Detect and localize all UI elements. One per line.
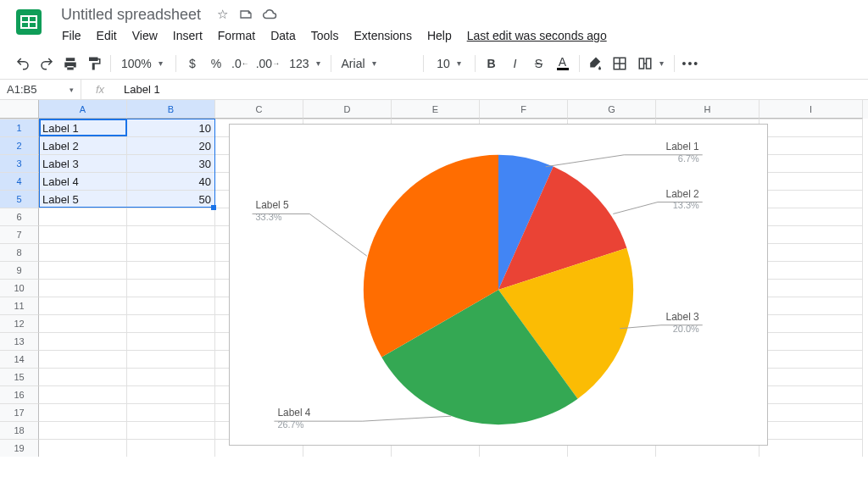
cell-B4[interactable]: 40 [127, 172, 215, 190]
cell-I18[interactable] [760, 421, 863, 439]
cell-B6[interactable] [127, 208, 215, 225]
spreadsheet-grid[interactable]: ABCDEFGHI 1Label 1102Label 2203Label 330… [0, 100, 868, 457]
cell-A17[interactable] [39, 403, 127, 421]
cell-B8[interactable] [127, 243, 215, 261]
cell-I12[interactable] [760, 314, 863, 332]
row-header-15[interactable]: 15 [0, 368, 39, 385]
row-header-4[interactable]: 4 [0, 172, 39, 190]
zoom-select[interactable]: 100% [116, 53, 170, 75]
menu-view[interactable]: View [126, 25, 164, 46]
cell-B13[interactable] [127, 332, 215, 350]
column-header-H[interactable]: H [656, 100, 760, 119]
cell-A12[interactable] [39, 314, 127, 332]
cell-B5[interactable]: 50 [127, 190, 215, 208]
print-button[interactable] [59, 53, 81, 75]
cell-A13[interactable] [39, 332, 127, 350]
cloud-status-icon[interactable] [262, 8, 277, 20]
cell-B15[interactable] [127, 368, 215, 385]
currency-button[interactable]: $ [181, 53, 203, 75]
cell-I15[interactable] [760, 368, 863, 385]
row-header-14[interactable]: 14 [0, 350, 39, 368]
row-header-16[interactable]: 16 [0, 385, 39, 403]
cell-A6[interactable] [39, 208, 127, 225]
cell-B11[interactable] [127, 297, 215, 314]
cell-I5[interactable] [760, 190, 863, 208]
row-header-8[interactable]: 8 [0, 243, 39, 261]
cell-I3[interactable] [760, 154, 863, 172]
text-color-button[interactable]: A [552, 53, 574, 75]
cell-A16[interactable] [39, 385, 127, 403]
cell-B2[interactable]: 20 [127, 136, 215, 154]
formula-input[interactable]: Label 1 [119, 83, 160, 96]
menu-tools[interactable]: Tools [305, 25, 345, 46]
cell-B3[interactable]: 30 [127, 154, 215, 172]
merge-button[interactable] [632, 53, 669, 75]
cell-A7[interactable] [39, 225, 127, 243]
cell-A4[interactable]: Label 4 [39, 172, 127, 190]
cell-I10[interactable] [760, 279, 863, 297]
sheets-logo-icon[interactable] [12, 5, 46, 39]
cell-B17[interactable] [127, 403, 215, 421]
undo-button[interactable] [12, 53, 34, 75]
row-header-1[interactable]: 1 [0, 119, 39, 136]
star-icon[interactable]: ☆ [214, 7, 230, 22]
cell-B12[interactable] [127, 314, 215, 332]
row-header-6[interactable]: 6 [0, 208, 39, 225]
percent-button[interactable]: % [205, 53, 227, 75]
cell-B14[interactable] [127, 350, 215, 368]
menu-insert[interactable]: Insert [167, 25, 209, 46]
column-header-G[interactable]: G [568, 100, 656, 119]
cell-A10[interactable] [39, 279, 127, 297]
cell-I14[interactable] [760, 350, 863, 368]
select-all-corner[interactable] [0, 100, 39, 119]
menu-data[interactable]: Data [264, 25, 302, 46]
bold-button[interactable]: B [481, 53, 503, 75]
cell-A14[interactable] [39, 350, 127, 368]
column-header-A[interactable]: A [39, 100, 127, 119]
cell-B9[interactable] [127, 261, 215, 279]
borders-button[interactable] [609, 53, 631, 75]
row-header-18[interactable]: 18 [0, 421, 39, 439]
row-header-9[interactable]: 9 [0, 261, 39, 279]
cell-A5[interactable]: Label 5 [39, 190, 127, 208]
strikethrough-button[interactable]: S [528, 53, 550, 75]
paint-format-button[interactable] [83, 53, 105, 75]
cell-B18[interactable] [127, 421, 215, 439]
cell-B7[interactable] [127, 225, 215, 243]
cell-B19[interactable] [127, 439, 215, 457]
cell-A18[interactable] [39, 421, 127, 439]
column-header-F[interactable]: F [480, 100, 568, 119]
font-select[interactable]: Arial [337, 53, 418, 75]
cell-I4[interactable] [760, 172, 863, 190]
menu-extensions[interactable]: Extensions [348, 25, 417, 46]
cell-A11[interactable] [39, 297, 127, 314]
cell-A19[interactable] [39, 439, 127, 457]
name-box[interactable]: A1:B5 [0, 80, 81, 99]
row-header-19[interactable]: 19 [0, 439, 39, 457]
cell-A2[interactable]: Label 2 [39, 136, 127, 154]
row-header-7[interactable]: 7 [0, 225, 39, 243]
column-header-C[interactable]: C [215, 100, 303, 119]
column-header-D[interactable]: D [303, 100, 392, 119]
cell-A8[interactable] [39, 243, 127, 261]
cell-I2[interactable] [760, 136, 863, 154]
cell-A3[interactable]: Label 3 [39, 154, 127, 172]
row-header-2[interactable]: 2 [0, 136, 39, 154]
more-tools-button[interactable]: ••• [680, 53, 703, 75]
cell-B10[interactable] [127, 279, 215, 297]
increase-decimal-button[interactable]: .00→ [253, 53, 282, 75]
row-header-11[interactable]: 11 [0, 297, 39, 314]
column-header-B[interactable]: B [127, 100, 215, 119]
menu-format[interactable]: Format [212, 25, 261, 46]
cell-I16[interactable] [760, 385, 863, 403]
cell-I19[interactable] [760, 439, 863, 457]
cell-I9[interactable] [760, 261, 863, 279]
cell-I8[interactable] [760, 243, 863, 261]
cell-A1[interactable]: Label 1 [39, 119, 127, 136]
last-edit-link[interactable]: Last edit was seconds ago [461, 25, 613, 46]
move-icon[interactable] [238, 8, 253, 21]
row-header-17[interactable]: 17 [0, 403, 39, 421]
more-formats-button[interactable]: 123 [284, 53, 325, 75]
cell-A9[interactable] [39, 261, 127, 279]
row-header-12[interactable]: 12 [0, 314, 39, 332]
